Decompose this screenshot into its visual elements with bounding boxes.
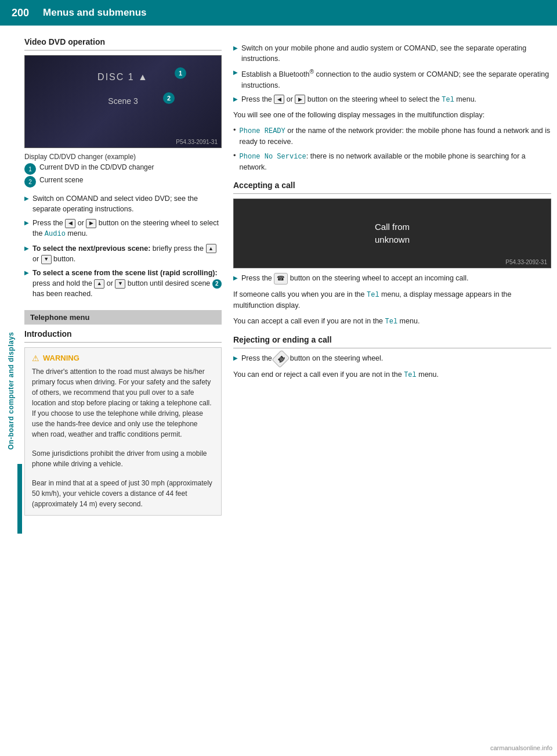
- bullet-text-4: To select a scene from the scene list (r…: [32, 268, 222, 300]
- video-section-title: Video DVD operation: [24, 37, 222, 46]
- header-bar: 200 Menus and submenus: [0, 0, 557, 26]
- intro-divider: [24, 342, 222, 343]
- right-bullet-1: ▶ Switch on your mobile phone and audio …: [233, 43, 551, 64]
- reject-para1: You can end or reject a call even if you…: [233, 369, 551, 380]
- rejecting-section: Rejecting or ending a call: [233, 335, 551, 348]
- watermark: carmanualsonline.info: [490, 744, 552, 751]
- kbd-down-4: ▼: [115, 279, 125, 289]
- page-layout: On-board computer and displays Video DVD…: [0, 26, 557, 756]
- status-item-2: • Phone No Service: there is no network …: [233, 151, 551, 173]
- main-content: Video DVD operation DISC 1 ▲ Scene 3 1 2…: [22, 26, 557, 756]
- kbd-up-4: ▲: [94, 279, 104, 289]
- page-number: 200: [12, 7, 29, 19]
- telephone-header: Telephone menu: [24, 310, 222, 325]
- accept-arrow: ▶: [233, 274, 238, 282]
- right-bullet-2: ▶ Establish a Bluetooth® connection to t…: [233, 67, 551, 90]
- scene-text: Scene 3: [108, 96, 138, 106]
- disc-text: DISC 1 ▲: [97, 72, 149, 82]
- reject-text: Press the ☎ button on the steering wheel…: [241, 353, 383, 365]
- display-message-intro: You will see one of the following displa…: [233, 110, 551, 121]
- inline-callout-2: 2: [212, 279, 222, 289]
- status-bullet-2: •: [233, 151, 236, 160]
- page-title: Menus and submenus: [43, 7, 147, 19]
- reject-phone-icon: ☎: [272, 350, 290, 368]
- accept-phone-icon: ☎: [274, 273, 288, 285]
- reject-bullet: ▶ Press the ☎ button on the steering whe…: [233, 353, 551, 365]
- bullet-text-2: Press the ◀ or ▶ button on the steering …: [32, 218, 222, 240]
- menu-audio: Audio: [45, 230, 66, 238]
- kbd-up-3: ▲: [206, 244, 216, 253]
- right-arrow-1: ▶: [233, 44, 238, 52]
- call-line1: Call from: [375, 221, 410, 234]
- right-intro-bullets: ▶ Switch on your mobile phone and audio …: [233, 43, 551, 105]
- warning-para-2: Some jurisdictions prohibit the driver f…: [32, 448, 214, 469]
- bullet-arrow-3: ▶: [24, 244, 29, 253]
- right-text-3: Press the ◀ or ▶ button on the steering …: [241, 94, 476, 105]
- kbd-down-3: ▼: [41, 255, 52, 264]
- caption-num-1: 1: [24, 163, 36, 175]
- bullet-arrow-1: ▶: [24, 195, 29, 203]
- phone-no-service: Phone No Service: [240, 153, 306, 161]
- kbd-right-r: ▶: [295, 95, 305, 104]
- call-text: Call from unknown: [375, 221, 410, 247]
- accepting-title: Accepting a call: [233, 181, 551, 190]
- kbd-back: ◀: [65, 219, 75, 228]
- callout-2: 2: [163, 92, 175, 104]
- bullet-arrow-2: ▶: [24, 219, 29, 227]
- right-text-2: Establish a Bluetooth® connection to the…: [241, 67, 551, 90]
- telephone-section: Telephone menu Introduction ⚠ WARNING Th…: [24, 310, 222, 516]
- bullet-item-3: ▶ To select the next/previous scene: bri…: [24, 243, 222, 264]
- video-bullets: ▶ Switch on COMAND and select video DVD;…: [24, 193, 222, 300]
- bullet-text-1: Switch on COMAND and select video DVD; s…: [32, 193, 222, 214]
- right-column: ▶ Switch on your mobile phone and audio …: [233, 37, 551, 744]
- accept-bullet: ▶ Press the ☎ button on the steering whe…: [233, 273, 551, 285]
- right-text-1: Switch on your mobile phone and audio sy…: [241, 43, 551, 64]
- dvd-image-ref: P54.33-2091-31: [176, 139, 218, 145]
- bullet-text-3: To select the next/previous scene: brief…: [32, 243, 222, 264]
- sidebar-label: On-board computer and displays: [7, 332, 15, 449]
- caption-num-2: 2: [24, 176, 36, 188]
- accept-para1: If someone calls you when you are in the…: [233, 289, 551, 311]
- sidebar-bar: [17, 464, 22, 534]
- caption-title: Display CD/DVD changer (example): [24, 153, 222, 161]
- caption-text-1: Current DVD in the CD/DVD changer: [39, 163, 154, 171]
- menu-tel-1: Tel: [442, 96, 454, 104]
- status-item-1: • Phone READY or the name of the network…: [233, 125, 551, 147]
- caption-item-2: 2 Current scene: [24, 176, 222, 188]
- call-line2: unknown: [375, 233, 410, 247]
- menu-tel-4: Tel: [404, 371, 417, 379]
- warning-para-3: Bear in mind that at a speed of just 30 …: [32, 478, 214, 509]
- right-arrow-3: ▶: [233, 95, 238, 103]
- bullet-arrow-4: ▶: [24, 269, 29, 277]
- section-divider: [24, 50, 222, 51]
- accepting-section: Accepting a call: [233, 181, 551, 194]
- warning-header: ⚠ WARNING: [32, 354, 214, 363]
- status-text-2: Phone No Service: there is no network av…: [240, 151, 551, 173]
- rejecting-title: Rejecting or ending a call: [233, 335, 551, 344]
- rejecting-divider: [233, 348, 551, 348]
- status-bullet-1: •: [233, 125, 236, 134]
- call-image: Call from unknown P54.33-2092-31: [233, 199, 551, 268]
- warning-para-1: The driver's attention to the road must …: [32, 366, 214, 440]
- warning-triangle-icon: ⚠: [32, 354, 39, 363]
- warning-box: ⚠ WARNING The driver's attention to the …: [24, 347, 222, 516]
- left-column: Video DVD operation DISC 1 ▲ Scene 3 1 2…: [24, 37, 222, 744]
- accept-text: Press the ☎ button on the steering wheel…: [241, 273, 469, 285]
- bullet-item-2: ▶ Press the ◀ or ▶ button on the steerin…: [24, 218, 222, 240]
- bullet-item-4: ▶ To select a scene from the scene list …: [24, 268, 222, 300]
- intro-title: Introduction: [24, 329, 222, 339]
- caption-text-2: Current scene: [39, 176, 83, 184]
- sidebar: On-board computer and displays: [0, 26, 22, 756]
- caption-item-1: 1 Current DVD in the CD/DVD changer: [24, 163, 222, 175]
- accepting-divider: [233, 193, 551, 194]
- accept-para2: You can accept a call even if you are no…: [233, 316, 551, 327]
- kbd-fwd: ▶: [86, 219, 96, 228]
- dvd-image: DISC 1 ▲ Scene 3 1 2 P54.33-2091-31: [24, 55, 222, 148]
- right-bullet-3: ▶ Press the ◀ or ▶ button on the steerin…: [233, 94, 551, 105]
- bold-label-4: To select a scene from the scene list (r…: [32, 269, 218, 277]
- bold-label-3: To select the next/previous scene:: [32, 244, 150, 253]
- bullet-item-1: ▶ Switch on COMAND and select video DVD;…: [24, 193, 222, 214]
- callout-1: 1: [175, 67, 186, 79]
- warning-label: WARNING: [43, 354, 79, 362]
- status-text-1: Phone READY or the name of the network p…: [240, 125, 551, 147]
